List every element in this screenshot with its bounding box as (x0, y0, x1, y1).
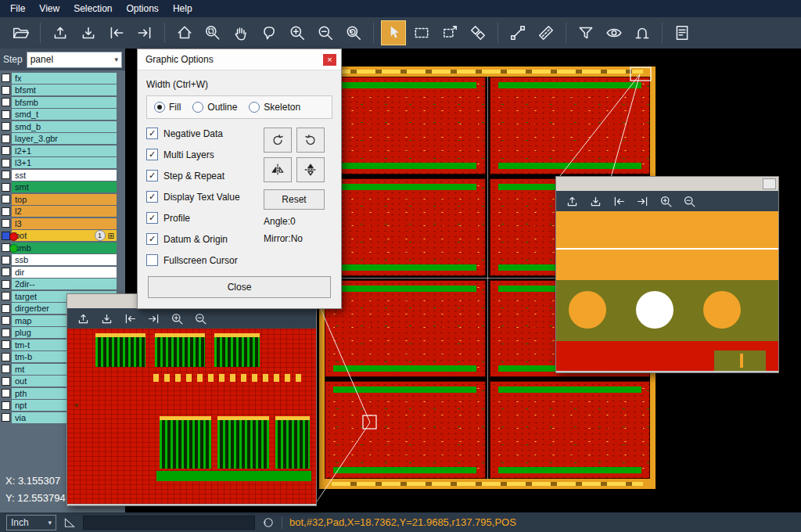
zoom-in-button[interactable] (285, 20, 310, 45)
layer-visibility-checkbox[interactable] (2, 74, 10, 82)
flip-vertical-button[interactable] (296, 157, 325, 182)
layer-visibility-checkbox[interactable] (2, 135, 10, 143)
layer-visibility-checkbox[interactable] (2, 98, 10, 106)
layer-visibility-checkbox[interactable] (2, 377, 10, 386)
layer-visibility-checkbox[interactable] (2, 219, 10, 228)
layer-visibility-checkbox[interactable] (2, 86, 10, 95)
step-dropdown[interactable]: panel ▾ (27, 52, 122, 68)
layer-row-l3+1[interactable]: l3+1 (0, 157, 125, 170)
layer-row-sst[interactable]: sst (0, 169, 125, 182)
zoom-out-button[interactable] (313, 20, 338, 45)
nav-forward-button[interactable] (632, 192, 652, 210)
checkbox-fullscreen-cursor[interactable]: Fullscreen Cursor (146, 254, 264, 266)
layer-visibility-checkbox[interactable] (2, 329, 10, 337)
zoom-out-button[interactable] (679, 192, 699, 210)
layer-visibility-checkbox[interactable] (2, 389, 10, 397)
command-input[interactable] (83, 516, 255, 530)
zoom-region-button[interactable] (200, 20, 225, 45)
layer-row-smt[interactable]: smt (0, 182, 125, 194)
overlay-compare-button[interactable] (465, 20, 490, 45)
export-button[interactable] (585, 192, 605, 210)
nav-forward-button[interactable] (132, 20, 157, 45)
checkbox-profile[interactable]: ✓Profile (146, 212, 264, 224)
rotate-ccw-button[interactable] (296, 128, 325, 153)
layer-visibility-checkbox[interactable] (2, 183, 10, 192)
dialog-titlebar[interactable]: Graphic Options × (138, 49, 341, 70)
zoom-out-button[interactable] (190, 310, 210, 328)
import-button[interactable] (73, 310, 93, 328)
menu-selection[interactable]: Selection (66, 2, 119, 16)
layer-row-top[interactable]: top (0, 193, 125, 206)
layer-row-bfsmb[interactable]: bfsmb (0, 96, 125, 109)
layer-row-fx[interactable]: fx (0, 72, 125, 84)
layer-visibility-checkbox[interactable] (2, 413, 10, 422)
filter-button[interactable] (573, 20, 598, 45)
layer-visibility-checkbox[interactable] (2, 195, 10, 203)
radio-fill[interactable]: Fill (154, 102, 181, 113)
nav-forward-button[interactable] (143, 310, 163, 328)
shape-select-button[interactable] (257, 20, 282, 45)
layer-visibility-checkbox[interactable] (2, 316, 10, 325)
layer-visibility-checkbox[interactable] (2, 122, 10, 131)
checkbox-negative-data[interactable]: ✓Negative Data (146, 128, 264, 139)
checkbox-step-repeat[interactable]: ✓Step & Repeat (146, 170, 264, 182)
layer-visibility-checkbox[interactable] (2, 268, 10, 276)
zoom-view-right[interactable] (556, 211, 778, 371)
close-button[interactable]: Close (148, 276, 331, 298)
radio-outline[interactable]: Outline (192, 102, 237, 113)
layer-visibility-checkbox[interactable] (2, 110, 10, 119)
layer-visibility-checkbox[interactable] (2, 304, 10, 313)
report-list-button[interactable] (670, 20, 695, 45)
nav-back-button[interactable] (609, 192, 629, 210)
layer-row-l3[interactable]: l3 (0, 217, 125, 230)
layer-visibility-checkbox[interactable] (2, 159, 10, 167)
import-button[interactable] (48, 20, 73, 45)
layer-visibility-checkbox[interactable] (2, 340, 10, 349)
radio-skeleton[interactable]: Skeleton (249, 102, 300, 113)
export-button[interactable] (76, 20, 101, 45)
layer-row-l2+1[interactable]: l2+1 (0, 145, 125, 157)
dialog-close-icon[interactable]: × (323, 54, 336, 66)
home-button[interactable] (172, 20, 197, 45)
layer-visibility-checkbox[interactable] (2, 280, 10, 289)
layer-visibility-checkbox[interactable] (2, 171, 10, 179)
layer-visibility-checkbox[interactable] (2, 256, 10, 264)
layer-row-ssb[interactable]: ssb (0, 254, 125, 267)
layer-row-2dir--[interactable]: 2dir-- (0, 279, 125, 291)
nav-back-button[interactable] (104, 20, 129, 45)
rect-select-button[interactable] (409, 20, 434, 45)
menu-view[interactable]: View (32, 2, 66, 16)
checkbox-display-text-value[interactable]: ✓Display Text Value (146, 191, 264, 203)
magnifier-titlebar[interactable] (556, 177, 778, 191)
layer-row-bot[interactable]: bot1⊞ (0, 230, 125, 243)
layer-visibility-checkbox[interactable] (2, 365, 10, 373)
layer-row-smd_t[interactable]: smd_t (0, 109, 125, 121)
import-button[interactable] (562, 192, 582, 210)
checkbox-datum-origin[interactable]: ✓Datum & Origin (146, 233, 264, 245)
layer-row-smd_b[interactable]: smd_b (0, 120, 125, 133)
zoom-in-button[interactable] (656, 192, 676, 210)
layer-row-l2[interactable]: l2 (0, 206, 125, 218)
layer-visibility-checkbox[interactable] (2, 207, 10, 216)
checkbox-multi-layers[interactable]: ✓Multi Layers (146, 149, 264, 160)
menu-file[interactable]: File (3, 2, 32, 16)
rotate-cw-button[interactable] (264, 128, 292, 153)
select-cursor-button[interactable] (381, 20, 406, 45)
layer-row-bfsmt[interactable]: bfsmt (0, 84, 125, 97)
flip-horizontal-button[interactable] (264, 157, 292, 182)
layer-visibility-checkbox[interactable] (2, 401, 10, 410)
transform-select-button[interactable] (437, 20, 462, 45)
layer-row-layer_3.gbr[interactable]: layer_3.gbr (0, 133, 125, 146)
layer-visibility-checkbox[interactable] (2, 353, 10, 361)
open-folder-button[interactable] (8, 20, 33, 45)
layer-row-dir[interactable]: dir (0, 266, 125, 279)
menu-options[interactable]: Options (120, 2, 166, 16)
unit-dropdown[interactable]: Inch ▾ (6, 515, 56, 530)
visibility-eye-button[interactable] (602, 20, 627, 45)
layer-visibility-checkbox[interactable] (2, 146, 10, 155)
layer-visibility-checkbox[interactable] (2, 292, 10, 300)
window-button[interactable] (763, 178, 776, 189)
reset-button[interactable]: Reset (264, 189, 325, 210)
refresh-icon[interactable] (262, 516, 275, 529)
menu-help[interactable]: Help (166, 2, 199, 16)
